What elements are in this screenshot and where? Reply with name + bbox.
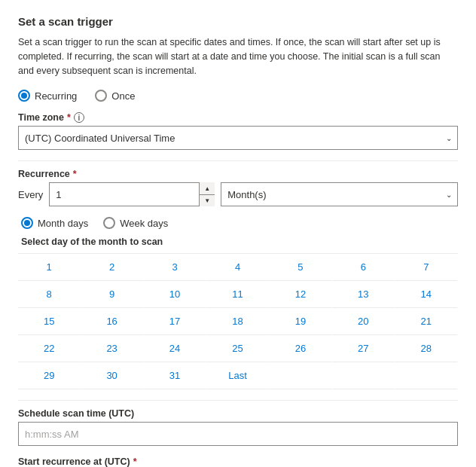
calendar-day-cell[interactable]: 12 <box>270 281 332 308</box>
description: Set a scan trigger to run the scan at sp… <box>18 35 458 78</box>
radio-once-label: Once <box>111 90 135 102</box>
calendar-day-cell[interactable]: 23 <box>81 335 143 362</box>
radio-once-circle <box>95 90 107 102</box>
calendar-day-cell[interactable]: 15 <box>18 308 81 335</box>
calendar-day-cell[interactable]: 30 <box>81 362 143 389</box>
calendar-day-cell[interactable]: 9 <box>81 281 143 308</box>
calendar-day-cell[interactable]: 31 <box>144 362 206 389</box>
calendar-day-cell[interactable]: 11 <box>206 281 269 308</box>
recurrence-label: Recurrence * <box>18 169 458 179</box>
calendar-day-cell[interactable]: 22 <box>18 335 81 362</box>
calendar-day-cell[interactable]: 20 <box>332 308 395 335</box>
calendar-day-cell[interactable]: 8 <box>18 281 81 308</box>
timezone-required: * <box>67 112 71 123</box>
timezone-label: Time zone * i <box>18 112 458 123</box>
calendar-day-cell[interactable]: 18 <box>206 308 269 335</box>
divider-2 <box>18 400 458 401</box>
radio-month-days-label: Month days <box>38 218 88 229</box>
start-recurrence-field: Start recurrence at (UTC) * 📅 <box>18 456 458 467</box>
start-recurrence-required: * <box>133 456 137 467</box>
radio-week-days-label: Week days <box>120 218 168 229</box>
calendar-day-cell[interactable]: 2 <box>81 254 143 281</box>
day-type-group: Month days Week days <box>21 217 458 229</box>
timezone-info-icon[interactable]: i <box>74 112 84 123</box>
calendar-day-cell[interactable]: 3 <box>144 254 206 281</box>
timezone-field: Time zone * i (UTC) Coordinated Universa… <box>18 112 458 150</box>
divider-1 <box>18 160 458 161</box>
calendar-day-cell[interactable]: 24 <box>144 335 206 362</box>
calendar-day-cell[interactable]: 13 <box>332 281 395 308</box>
calendar-day-cell[interactable]: 19 <box>270 308 332 335</box>
calendar-day-cell[interactable]: 26 <box>270 335 332 362</box>
calendar-grid: 1234567891011121314151617181920212223242… <box>18 253 458 389</box>
scan-time-field: Schedule scan time (UTC) <box>18 408 458 446</box>
calendar-day-cell[interactable]: 17 <box>144 308 206 335</box>
scan-time-label: Schedule scan time (UTC) <box>18 408 458 419</box>
radio-month-days[interactable]: Month days <box>21 217 88 229</box>
calendar-day-cell[interactable]: 7 <box>395 254 458 281</box>
radio-recurring-circle <box>18 90 30 102</box>
calendar-empty-cell <box>332 362 395 389</box>
calendar-section: Select day of the month to scan 12345678… <box>18 237 458 389</box>
page-title: Set a scan trigger <box>18 15 458 28</box>
calendar-day-cell[interactable]: 21 <box>395 308 458 335</box>
scan-time-input[interactable] <box>18 422 458 446</box>
start-recurrence-label: Start recurrence at (UTC) * <box>18 456 458 467</box>
spinner-up-button[interactable]: ▲ <box>200 182 215 195</box>
calendar-day-cell[interactable]: Last <box>206 362 269 389</box>
calendar-day-cell[interactable]: 14 <box>395 281 458 308</box>
spinner-down-button[interactable]: ▼ <box>200 195 215 207</box>
every-label: Every <box>18 189 43 200</box>
calendar-day-cell[interactable]: 25 <box>206 335 269 362</box>
calendar-day-cell[interactable]: 27 <box>332 335 395 362</box>
calendar-day-cell[interactable]: 28 <box>395 335 458 362</box>
recurrence-number-input[interactable] <box>49 182 215 206</box>
spinner-buttons: ▲ ▼ <box>199 182 215 206</box>
recurrence-unit-wrapper: Day(s)Week(s)Month(s)Year(s) ⌄ <box>221 182 458 206</box>
radio-week-days[interactable]: Week days <box>103 217 168 229</box>
calendar-empty-cell <box>270 362 332 389</box>
timezone-select[interactable]: (UTC) Coordinated Universal Time(UTC-05:… <box>18 126 458 150</box>
radio-once[interactable]: Once <box>95 90 135 102</box>
calendar-day-cell[interactable]: 29 <box>18 362 81 389</box>
calendar-day-cell[interactable]: 5 <box>270 254 332 281</box>
recurrence-required: * <box>73 169 77 179</box>
radio-month-days-circle <box>21 217 33 229</box>
recurrence-field: Recurrence * Every ▲ ▼ Day(s)Week(s)Mont… <box>18 169 458 206</box>
recurrence-unit-select[interactable]: Day(s)Week(s)Month(s)Year(s) <box>221 182 458 206</box>
calendar-day-cell[interactable]: 1 <box>18 254 81 281</box>
calendar-day-cell[interactable]: 6 <box>332 254 395 281</box>
calendar-day-cell[interactable]: 10 <box>144 281 206 308</box>
calendar-empty-cell <box>395 362 458 389</box>
calendar-label: Select day of the month to scan <box>21 237 458 247</box>
calendar-day-cell[interactable]: 16 <box>81 308 143 335</box>
recurrence-number-wrapper: ▲ ▼ <box>49 182 215 206</box>
recurrence-row: Every ▲ ▼ Day(s)Week(s)Month(s)Year(s) ⌄ <box>18 182 458 206</box>
trigger-type-group: Recurring Once <box>18 90 458 102</box>
radio-recurring-label: Recurring <box>35 90 77 102</box>
calendar-day-cell[interactable]: 4 <box>206 254 269 281</box>
timezone-select-wrapper: (UTC) Coordinated Universal Time(UTC-05:… <box>18 126 458 150</box>
radio-recurring[interactable]: Recurring <box>18 90 77 102</box>
radio-week-days-circle <box>103 217 115 229</box>
